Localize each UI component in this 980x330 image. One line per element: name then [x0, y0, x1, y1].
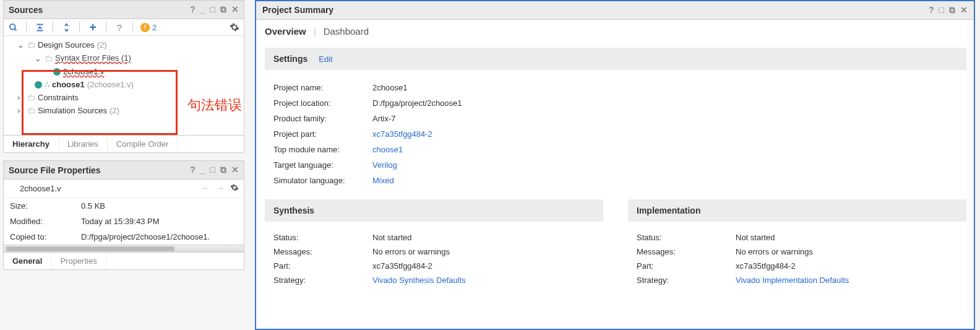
chevron-right-icon[interactable]: ›	[17, 93, 25, 102]
synth-part-value: xc7a35tfgg484-2	[372, 261, 432, 271]
sim-sources-label: Simulation Sources	[38, 106, 107, 115]
nav-forward-icon[interactable]: →	[216, 183, 224, 194]
sources-tabs: Hierarchy Libraries Compile Order	[4, 135, 244, 152]
nav-back-icon[interactable]: ←	[202, 183, 210, 194]
tab-properties[interactable]: Properties	[51, 253, 106, 269]
implementation-title: Implementation	[628, 199, 966, 222]
synth-strategy-value[interactable]: Vivado Synthesis Defaults	[372, 276, 466, 285]
project-location-value: D:/fpga/project/2choose1	[372, 98, 462, 108]
chevron-down-icon[interactable]: ⌄	[17, 40, 25, 50]
gear-icon[interactable]	[229, 22, 240, 33]
impl-messages-value: No errors or warnings	[736, 247, 813, 256]
prop-size-label: Size:	[10, 201, 75, 211]
maximize-icon[interactable]: □	[210, 165, 215, 175]
tab-general[interactable]: General	[4, 253, 51, 269]
constraints-label: Constraints	[38, 93, 79, 102]
expand-icon[interactable]	[61, 22, 72, 33]
warnings-count: 2	[152, 23, 157, 32]
search-icon[interactable]	[7, 22, 19, 33]
hierarchy-icon: ∴	[45, 80, 49, 89]
settings-section: Settings Edit	[265, 48, 966, 70]
target-lang-value[interactable]: Verilog	[372, 160, 397, 170]
svg-line-1	[14, 28, 16, 30]
props-header: Source File Properties ? _ □ ⧉ ✕	[4, 161, 244, 180]
collapse-all-icon[interactable]	[34, 22, 45, 33]
prop-row-size: Size: 0.5 KB	[4, 198, 244, 214]
folder-icon: 🗀	[27, 40, 35, 50]
tree-syntax-error-files[interactable]: ⌄ 🗀 Syntax Error Files (1)	[4, 51, 244, 65]
maximize-icon[interactable]: □	[939, 5, 944, 15]
restore-icon[interactable]: ⧉	[949, 5, 955, 15]
synth-messages-value: No errors or warnings	[372, 247, 450, 256]
tab-dashboard[interactable]: Dashboard	[324, 26, 369, 37]
chevron-right-icon[interactable]: ›	[17, 106, 25, 115]
top-module-value[interactable]: choose1	[372, 145, 403, 154]
horizontal-scrollbar[interactable]	[4, 245, 244, 252]
impl-status-label: Status:	[637, 233, 736, 242]
tab-compile-order[interactable]: Compile Order	[108, 136, 178, 152]
tab-overview[interactable]: Overview	[265, 26, 306, 37]
prop-row-modified: Modified: Today at 15:39:43 PM	[4, 214, 244, 229]
prop-size-value: 0.5 KB	[81, 201, 105, 211]
sim-lang-value[interactable]: Mixed	[372, 176, 394, 185]
impl-strategy-value[interactable]: Vivado Implementation Defaults	[736, 276, 849, 285]
help-icon[interactable]: ?	[190, 165, 196, 175]
tree-design-sources[interactable]: ⌄ 🗀 Design Sources (2)	[4, 38, 244, 51]
minimize-icon[interactable]: _	[200, 165, 205, 175]
tab-libraries[interactable]: Libraries	[59, 136, 108, 152]
synth-messages-label: Messages:	[273, 247, 372, 256]
design-sources-label: Design Sources	[38, 40, 95, 50]
choose1-label: choose1	[52, 80, 85, 89]
prop-copied-label: Copied to:	[10, 232, 75, 241]
folder-icon: 🗀	[27, 93, 35, 102]
settings-kv-list: Project name:2choose1 Project location:D…	[256, 72, 974, 188]
design-sources-count: (2)	[97, 40, 107, 50]
summary-title: Project Summary	[262, 5, 333, 15]
project-location-label: Project location:	[273, 98, 372, 108]
prop-modified-label: Modified:	[10, 217, 75, 226]
project-part-label: Project part:	[273, 129, 372, 139]
props-file-row: 2choose1.v ← →	[4, 180, 244, 198]
project-name-label: Project name:	[273, 83, 372, 92]
maximize-icon[interactable]: □	[210, 4, 215, 15]
info-icon[interactable]: ?	[114, 22, 125, 33]
sources-panel-header: Sources ? _ □ ⧉ ✕	[4, 1, 244, 19]
restore-icon[interactable]: ⧉	[220, 165, 226, 175]
close-icon[interactable]: ✕	[231, 165, 239, 175]
help-icon[interactable]: ?	[190, 4, 196, 15]
props-filename: 2choose1.v	[20, 184, 61, 193]
sources-panel: Sources ? _ □ ⧉ ✕ + ?	[3, 0, 244, 153]
warnings-badge[interactable]: ! 2	[140, 23, 157, 32]
help-icon[interactable]: ?	[929, 5, 934, 15]
impl-part-label: Part:	[637, 261, 736, 271]
minimize-icon[interactable]: _	[200, 4, 205, 15]
summary-header: Project Summary ? □ ⧉ ✕	[256, 1, 974, 20]
settings-title: Settings	[273, 54, 307, 64]
source-file-properties-panel: Source File Properties ? _ □ ⧉ ✕ 2choose…	[3, 160, 244, 270]
tree-file-2choose1[interactable]: 2choose1.v	[4, 65, 244, 78]
svg-point-0	[9, 24, 15, 29]
tree-choose1[interactable]: ∴ choose1 (2choose1.v)	[4, 78, 244, 91]
gear-icon[interactable]	[230, 183, 239, 194]
sources-toolbar: + ? ! 2	[4, 19, 244, 36]
project-part-value[interactable]: xc7a35tfgg484-2	[372, 129, 432, 139]
file-2choose1-label: 2choose1.v	[63, 67, 105, 76]
summary-tabs: Overview | Dashboard	[256, 20, 974, 43]
project-name-value: 2choose1	[372, 83, 407, 92]
sim-lang-label: Simulator language:	[273, 176, 372, 185]
settings-edit-link[interactable]: Edit	[319, 54, 332, 64]
file-dot-icon	[35, 81, 42, 89]
tab-hierarchy[interactable]: Hierarchy	[4, 136, 59, 152]
synth-strategy-label: Strategy:	[273, 276, 372, 285]
syntax-error-label: Syntax Error Files (1)	[55, 53, 131, 63]
restore-icon[interactable]: ⧉	[220, 4, 226, 15]
sources-tree: ⌄ 🗀 Design Sources (2) ⌄ 🗀 Syntax Error …	[4, 36, 244, 135]
close-icon[interactable]: ✕	[960, 5, 968, 15]
target-lang-label: Target language:	[273, 160, 372, 170]
close-icon[interactable]: ✕	[231, 4, 239, 15]
synth-status-label: Status:	[273, 233, 372, 242]
add-icon[interactable]: +	[87, 22, 98, 33]
chevron-down-icon[interactable]: ⌄	[35, 54, 42, 63]
top-module-label: Top module name:	[273, 145, 372, 154]
synth-part-label: Part:	[273, 261, 372, 271]
